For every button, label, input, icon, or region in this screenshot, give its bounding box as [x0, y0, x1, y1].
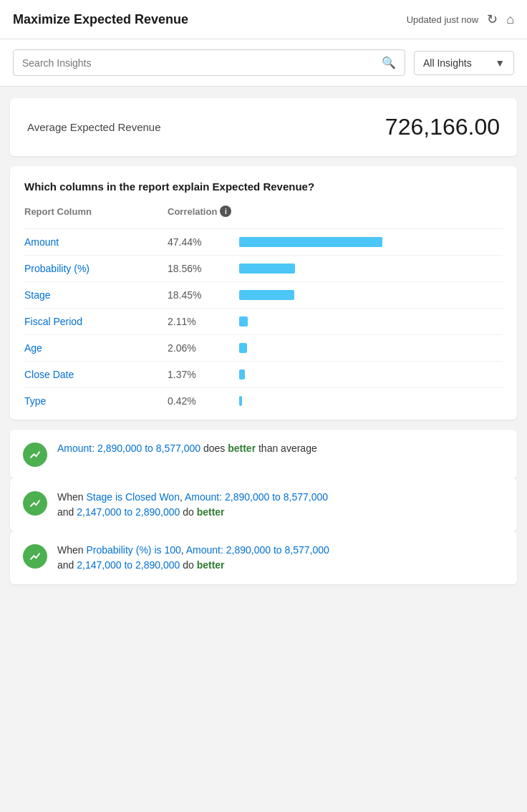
insight-text-2: When Probability (%) is 100, Amount: 2,8…: [57, 543, 329, 573]
row-name-1[interactable]: Probability (%): [24, 263, 168, 274]
refresh-icon[interactable]: ↻: [487, 11, 498, 27]
row-pct-1: 18.56%: [168, 263, 239, 274]
insight-box-1: When Stage is Closed Won, Amount: 2,890,…: [10, 478, 517, 531]
correlation-table: Report Column Correlation i Amount 47.44…: [24, 206, 503, 414]
insights-card: Which columns in the report explain Expe…: [10, 166, 517, 420]
better-label: better: [228, 443, 256, 454]
page-title: Maximize Expected Revenue: [13, 12, 188, 27]
row-bar-container-1: [239, 264, 503, 274]
row-pct-3: 2.11%: [168, 316, 239, 327]
row-bar-container-4: [239, 343, 503, 353]
row-bar-container-2: [239, 290, 503, 300]
row-name-3[interactable]: Fiscal Period: [24, 316, 168, 327]
row-pct-5: 1.37%: [168, 369, 239, 380]
search-input-wrapper[interactable]: 🔍: [13, 49, 405, 76]
row-name-4[interactable]: Age: [24, 342, 168, 354]
col-correlation-header: Correlation i: [168, 206, 239, 217]
insight-icon-1: [23, 491, 47, 516]
row-bar-1: [239, 264, 295, 274]
avg-revenue-label: Average Expected Revenue: [27, 121, 161, 133]
row-pct-4: 2.06%: [168, 342, 239, 354]
row-name-2[interactable]: Stage: [24, 289, 168, 301]
table-header: Report Column Correlation i: [24, 206, 503, 221]
home-icon[interactable]: ⌂: [506, 12, 514, 27]
insight-link[interactable]: Stage is Closed Won: [86, 491, 179, 503]
row-pct-6: 0.42%: [168, 395, 239, 407]
header-actions: Updated just now ↻ ⌂: [407, 11, 514, 27]
avg-revenue-value: 726,166.00: [385, 114, 500, 140]
info-icon[interactable]: i: [220, 206, 231, 217]
insight-link[interactable]: Amount: 2,890,000 to 8,577,000: [185, 491, 328, 503]
better-label: better: [197, 559, 225, 571]
insight-icon-0: [23, 443, 47, 467]
insight-link[interactable]: 2,147,000 to 2,890,000: [77, 559, 180, 571]
insight-text-0: Amount: 2,890,000 to 8,577,000 does bett…: [57, 441, 317, 456]
row-name-6[interactable]: Type: [24, 395, 168, 407]
table-row: Probability (%) 18.56%: [24, 255, 503, 281]
search-icon: 🔍: [382, 56, 396, 69]
row-bar-container-5: [239, 369, 503, 380]
search-bar: 🔍 All Insights ▼: [0, 39, 527, 87]
header: Maximize Expected Revenue Updated just n…: [0, 0, 527, 39]
table-row: Fiscal Period 2.11%: [24, 308, 503, 334]
avg-revenue-card: Average Expected Revenue 726,166.00: [10, 98, 517, 156]
table-row: Type 0.42%: [24, 387, 503, 414]
row-name-0[interactable]: Amount: [24, 236, 168, 248]
table-row: Age 2.06%: [24, 334, 503, 361]
row-pct-0: 47.44%: [168, 236, 239, 248]
row-bar-3: [239, 316, 248, 327]
content-area: Average Expected Revenue 726,166.00 Whic…: [0, 87, 527, 596]
table-rows: Amount 47.44% Probability (%) 18.56% Sta…: [24, 228, 503, 414]
filter-label: All Insights: [423, 57, 472, 69]
search-input[interactable]: [22, 57, 382, 69]
row-bar-0: [239, 237, 382, 247]
table-row: Close Date 1.37%: [24, 361, 503, 387]
col-report-header: Report Column: [24, 206, 168, 217]
insight-link[interactable]: Probability (%) is 100: [86, 544, 180, 556]
insight-boxes-container: Amount: 2,890,000 to 8,577,000 does bett…: [10, 430, 517, 584]
updated-text: Updated just now: [407, 14, 478, 25]
row-bar-2: [239, 290, 294, 300]
row-name-5[interactable]: Close Date: [24, 369, 168, 380]
row-bar-4: [239, 343, 247, 353]
row-bar-5: [239, 369, 245, 380]
better-label: better: [197, 506, 225, 518]
insight-box-2: When Probability (%) is 100, Amount: 2,8…: [10, 531, 517, 584]
table-row: Amount 47.44%: [24, 228, 503, 255]
row-bar-container-0: [239, 237, 503, 247]
insight-link[interactable]: Amount: 2,890,000 to 8,577,000: [186, 544, 329, 556]
insight-link[interactable]: 2,147,000 to 2,890,000: [77, 506, 180, 518]
insight-icon-2: [23, 544, 47, 569]
insight-link[interactable]: Amount: 2,890,000 to 8,577,000: [57, 443, 200, 454]
row-pct-2: 18.45%: [168, 289, 239, 301]
chevron-down-icon: ▼: [495, 57, 505, 69]
insight-box-0: Amount: 2,890,000 to 8,577,000 does bett…: [10, 430, 517, 478]
filter-dropdown[interactable]: All Insights ▼: [414, 51, 514, 75]
row-bar-container-3: [239, 316, 503, 327]
row-bar-container-6: [239, 396, 503, 406]
insight-text-1: When Stage is Closed Won, Amount: 2,890,…: [57, 490, 328, 520]
insights-question: Which columns in the report explain Expe…: [24, 180, 503, 193]
table-row: Stage 18.45%: [24, 281, 503, 308]
row-bar-6: [239, 396, 242, 406]
